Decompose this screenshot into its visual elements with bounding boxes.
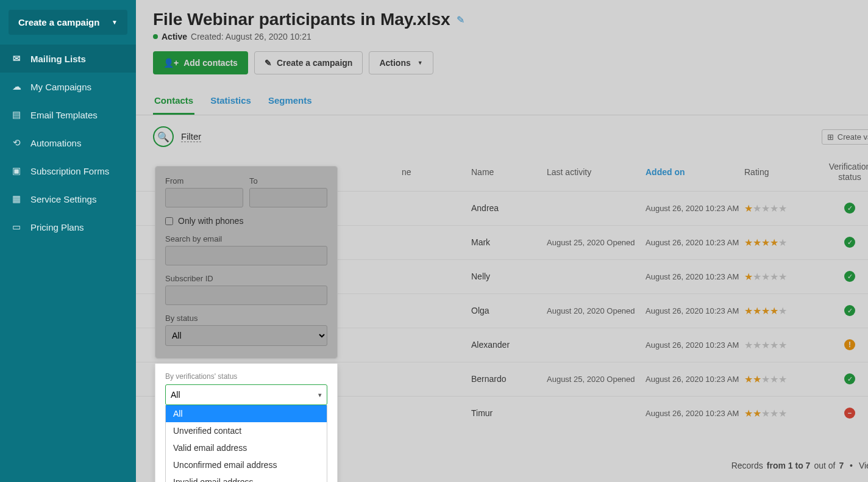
star-icon: ★ (753, 203, 761, 214)
cell-name: Timur (471, 408, 547, 418)
nav-icon: ▤ (11, 109, 22, 120)
pagination-footer: Records from 1 to 7 out of 7 • View (731, 457, 868, 473)
star-icon: ★ (770, 272, 778, 282)
cell-rating: ★★★★★ (744, 373, 824, 385)
star-icon: ★ (753, 340, 761, 350)
verification-option[interactable]: All (166, 405, 327, 422)
sidebar-item-mailing-lists[interactable]: ✉Mailing Lists (0, 45, 136, 73)
filter-toggle[interactable]: Filter (181, 131, 201, 142)
star-icon: ★ (778, 374, 787, 384)
check-circle-icon: ✓ (844, 305, 855, 316)
star-icon: ★ (761, 306, 770, 316)
tab-contacts[interactable]: Contacts (153, 89, 194, 115)
cell-rating: ★★★★★ (744, 305, 824, 317)
cell-name: Nelly (471, 272, 547, 281)
plus-box-icon: ⊞ (827, 132, 834, 142)
star-icon: ★ (744, 408, 753, 419)
star-icon: ★ (761, 340, 770, 350)
star-icon: ★ (761, 374, 770, 384)
cell-name: Alexander (471, 340, 547, 350)
star-icon: ★ (744, 340, 753, 350)
verification-option[interactable]: Valid email address (166, 439, 327, 456)
sidebar: Create a campaign ▼ ✉Mailing Lists☁My Ca… (0, 0, 136, 482)
add-contacts-button[interactable]: 👤+ Add contacts (153, 51, 248, 74)
cell-verification: − (824, 408, 868, 419)
verification-filter-section: By verifications' status All ▾ AllUnveri… (155, 364, 338, 482)
cell-added: August 26, 2020 10:23 AM (646, 306, 744, 315)
nav-icon: ☁ (11, 81, 22, 92)
col-rating[interactable]: Rating (744, 167, 824, 177)
check-circle-icon: ✓ (844, 271, 855, 282)
star-icon: ★ (770, 203, 778, 214)
to-input[interactable] (249, 188, 327, 207)
col-activity[interactable]: Last activity (547, 167, 646, 177)
check-circle-icon: ✓ (844, 237, 855, 248)
verification-option[interactable]: Unverified contact (166, 422, 327, 439)
search-icon: 🔍 (157, 131, 169, 143)
cell-added: August 26, 2020 10:23 AM (646, 272, 744, 281)
col-verification[interactable]: Verification status (824, 162, 868, 182)
cell-activity: August 20, 2020 Opened (547, 306, 646, 315)
cell-name: Andrea (471, 203, 547, 213)
cell-added: August 26, 2020 10:23 AM (646, 409, 744, 418)
star-icon: ★ (753, 306, 761, 316)
actions-dropdown[interactable]: Actions ▼ (369, 51, 433, 74)
tab-statistics[interactable]: Statistics (209, 89, 252, 115)
star-icon: ★ (753, 374, 761, 384)
sidebar-item-automations[interactable]: ⟲Automations (0, 129, 136, 157)
create-campaign-button[interactable]: ✎ Create a campaign (254, 51, 363, 74)
star-icon: ★ (744, 374, 753, 384)
minus-circle-icon: − (844, 408, 855, 419)
warning-circle-icon: ! (844, 339, 855, 350)
chevron-down-icon: ▾ (318, 391, 322, 399)
star-icon: ★ (778, 408, 787, 419)
chevron-down-icon: ▼ (112, 19, 118, 26)
cell-rating: ★★★★★ (744, 339, 824, 351)
verification-status-label: By verifications' status (165, 372, 327, 381)
star-icon: ★ (778, 237, 787, 248)
verification-option[interactable]: Unconfirmed email address (166, 456, 327, 473)
search-email-input[interactable] (165, 246, 327, 265)
sidebar-item-email-templates[interactable]: ▤Email Templates (0, 101, 136, 129)
filter-panel: From To Only with phones Search by email… (155, 166, 338, 359)
star-icon: ★ (761, 408, 770, 419)
star-icon: ★ (744, 203, 753, 214)
col-name[interactable]: Name (471, 167, 547, 177)
subscriber-id-label: Subscriber ID (165, 274, 327, 283)
verification-status-select[interactable]: All ▾ (165, 384, 327, 405)
by-status-label: By status (165, 314, 327, 323)
cell-activity: August 25, 2020 Opened (547, 238, 646, 247)
subscriber-id-input[interactable] (165, 286, 327, 305)
check-circle-icon: ✓ (844, 203, 855, 214)
cell-rating: ★★★★★ (744, 237, 824, 248)
sidebar-item-service-settings[interactable]: ▦Service Settings (0, 185, 136, 213)
page-title: File Webinar participants in May.xlsx (153, 10, 450, 29)
cell-verification: ✓ (824, 305, 868, 317)
col-added[interactable]: Added on (646, 167, 744, 177)
star-icon: ★ (753, 272, 761, 282)
sidebar-item-my-campaigns[interactable]: ☁My Campaigns (0, 73, 136, 101)
only-with-phones-checkbox[interactable] (165, 217, 173, 225)
star-icon: ★ (770, 408, 778, 419)
star-icon: ★ (761, 203, 770, 214)
cell-verification: ✓ (824, 271, 868, 282)
search-toggle-button[interactable]: 🔍 (153, 126, 174, 147)
cell-verification: ✓ (824, 373, 868, 385)
tab-segments[interactable]: Segments (267, 89, 313, 115)
create-variable-button[interactable]: ⊞ Create variable (822, 129, 868, 145)
star-icon: ★ (778, 306, 787, 316)
create-campaign-dropdown[interactable]: Create a campaign ▼ (9, 10, 127, 35)
verification-option[interactable]: Invalid email address (166, 473, 327, 482)
status-dot-icon (153, 34, 158, 39)
search-email-label: Search by email (165, 234, 327, 243)
nav-icon: ✉ (11, 53, 22, 64)
edit-icon[interactable]: ✎ (457, 14, 464, 26)
col-phone[interactable]: ne (402, 167, 471, 177)
sidebar-item-subscription-forms[interactable]: ▣Subscription Forms (0, 157, 136, 185)
sidebar-item-pricing-plans[interactable]: ▭Pricing Plans (0, 213, 136, 241)
status-select[interactable]: All (165, 325, 327, 346)
cell-verification: ! (824, 339, 868, 350)
star-icon: ★ (778, 340, 787, 350)
to-label: To (249, 176, 327, 185)
from-input[interactable] (165, 188, 243, 207)
